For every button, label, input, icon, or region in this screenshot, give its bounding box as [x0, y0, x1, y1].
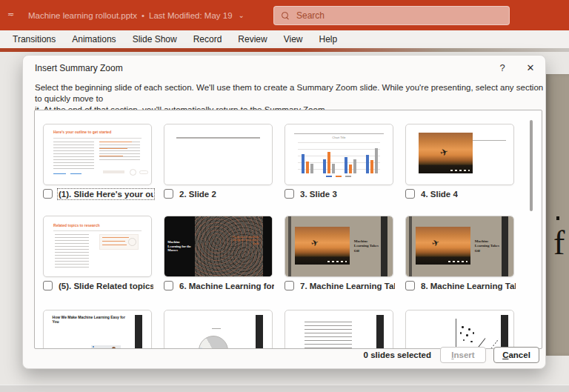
- faint-circle: [128, 238, 136, 246]
- search-input[interactable]: [296, 10, 489, 21]
- slide-thumbnail-1[interactable]: Here's your outline to get started: [43, 124, 152, 185]
- tab-slide-show[interactable]: Slide Show: [124, 34, 185, 44]
- ribbon-collapse-icon[interactable]: ≂: [7, 10, 16, 18]
- search-box[interactable]: [273, 6, 510, 25]
- slide-8-checkbox[interactable]: [405, 281, 415, 290]
- slide-thumbnail-6[interactable]: Machine Learning for the Masses Put the …: [164, 216, 273, 277]
- slide-thumbnail-3[interactable]: Chart Title: [284, 124, 393, 185]
- link-text-line: [53, 173, 66, 174]
- slide-thumbnail-7[interactable]: ✈ Machine Learning Takes Off: [284, 216, 393, 277]
- slide-2-label[interactable]: 2. Slide 2: [179, 190, 216, 199]
- slide-2-checkbox[interactable]: [164, 189, 173, 199]
- tab-review[interactable]: Review: [230, 34, 275, 44]
- airplane-photo: ✈: [416, 227, 470, 265]
- orange-text-line: [99, 148, 127, 149]
- slide-7-title-text: Machine Learning Takes Off: [354, 239, 379, 254]
- slide-7-label[interactable]: 7. Machine Learning Tak...: [300, 282, 395, 290]
- slide-1-title-text: Here's your outline to get started: [53, 130, 111, 134]
- slide-3-label-row: 3. Slide 3: [284, 188, 400, 199]
- slide-4-label-row: 4. Slide 4: [405, 188, 521, 199]
- text-block: [99, 142, 140, 162]
- airplane-icon: ✈: [310, 237, 320, 249]
- cancel-button[interactable]: Cancel: [493, 347, 539, 363]
- title-placeholder-line: [294, 133, 385, 134]
- slide-9-preview: How We Make Machine Learning Easy for Yo…: [44, 310, 151, 349]
- selection-status: 0 slides selected: [364, 351, 431, 359]
- background-slide-letter: f: [553, 226, 565, 260]
- background-slide-edge: f: [546, 74, 569, 356]
- dialog-title: Insert Summary Zoom: [35, 63, 123, 73]
- ribbon-edge-strip: [0, 48, 569, 52]
- orange-text-line: [102, 241, 124, 242]
- slide-3-checkbox[interactable]: [284, 189, 294, 199]
- slide-8-label[interactable]: 8. Machine Learning Tak...: [421, 282, 516, 290]
- slide-7-checkbox[interactable]: [284, 281, 294, 290]
- airplane-photo: ✈: [419, 133, 473, 173]
- runway-lights: [448, 261, 467, 262]
- slide-6-title-text: Machine Learning for the Masses: [167, 240, 193, 253]
- slide-thumbnail-4[interactable]: ✈: [405, 124, 514, 185]
- slide-thumbnail-11[interactable]: [284, 310, 393, 349]
- insert-button[interactable]: Insert: [440, 347, 486, 363]
- scrollbar-thumb[interactable]: [530, 120, 533, 211]
- slide-thumbnail-8[interactable]: ✈ Machine Learning Takes Off: [405, 216, 514, 277]
- description-line-1: Select the beginning slide of each secti…: [35, 82, 546, 104]
- side-bar: [288, 216, 291, 276]
- bullet-list: [55, 234, 89, 268]
- slide-thumbnail-10[interactable]: [164, 310, 273, 349]
- slide-1-preview: Here's your outline to get started: [44, 124, 151, 185]
- chevron-down-icon[interactable]: ⌄: [239, 11, 244, 19]
- slide-5-label-row: (5). Slide Related topics t...: [43, 280, 159, 291]
- airplane-photo: ✈: [295, 227, 350, 265]
- slide-thumbnail-list[interactable]: Here's your outline to get started: [34, 110, 542, 349]
- orange-text-line: [99, 142, 132, 142]
- tab-view[interactable]: View: [276, 34, 311, 44]
- insert-summary-zoom-dialog: Insert Summary Zoom ? ✕ Select the begin…: [22, 55, 546, 369]
- slide-thumbnail-2[interactable]: [164, 124, 273, 185]
- airplane-icon: ✈: [430, 237, 441, 249]
- slide-3-label[interactable]: 3. Slide 3: [300, 190, 337, 199]
- tab-help[interactable]: Help: [311, 34, 346, 44]
- document-title: Machine learning rollout.pptx • Last Mod…: [28, 0, 244, 30]
- slide-1-checkbox[interactable]: [43, 189, 53, 199]
- slide-5-checkbox[interactable]: [43, 281, 53, 290]
- divider: [53, 230, 142, 231]
- slide-9-title-text: How We Make Machine Learning Easy for Yo…: [53, 315, 128, 324]
- slide-thumbnail-9[interactable]: How We Make Machine Learning Easy for Yo…: [43, 310, 152, 349]
- tab-transitions[interactable]: Transitions: [4, 34, 64, 44]
- slide-8-title-text: Machine Learning Takes Off: [475, 239, 499, 254]
- help-button[interactable]: ?: [493, 60, 512, 76]
- mini-bar-chart: Chart Title: [298, 142, 379, 177]
- slide-5-label[interactable]: (5). Slide Related topics t...: [59, 282, 153, 290]
- side-bar: [502, 216, 508, 276]
- pie-chart-label: [212, 328, 221, 329]
- faint-button: [130, 169, 136, 176]
- slide-4-checkbox[interactable]: [405, 189, 415, 199]
- close-button[interactable]: ✕: [521, 60, 540, 76]
- tab-animations[interactable]: Animations: [64, 34, 124, 44]
- slide-5-preview: Related topics to research: [44, 216, 151, 276]
- divider: [53, 138, 142, 139]
- slide-1-label[interactable]: (1). Slide Here's your out...: [59, 190, 153, 199]
- title-placeholder-line: [176, 137, 260, 139]
- slide-6-checkbox[interactable]: [164, 281, 173, 290]
- slide-7-label-row: 7. Machine Learning Tak...: [284, 280, 400, 291]
- side-bar: [501, 315, 508, 349]
- slide-6-label[interactable]: 6. Machine Learning for ...: [179, 282, 274, 290]
- search-icon: [282, 12, 290, 20]
- title-separator: •: [142, 11, 144, 20]
- background-slide-mark: [556, 216, 559, 220]
- callout-box: [99, 234, 138, 250]
- slide-thumbnail-5[interactable]: Related topics to research: [43, 216, 152, 277]
- slide-6-label-row: 6. Machine Learning for ...: [164, 280, 279, 291]
- side-bar: [135, 315, 142, 349]
- slide-1-label-row: (1). Slide Here's your out...: [43, 188, 159, 199]
- link-text-line: [70, 173, 81, 174]
- slide-thumbnail-12[interactable]: [405, 310, 514, 349]
- slide-11-preview: [285, 310, 393, 349]
- runway-lights: [450, 170, 470, 171]
- runway-lights: [327, 261, 347, 262]
- tab-record[interactable]: Record: [185, 34, 230, 44]
- slide-2-label-row: 2. Slide 2: [164, 188, 279, 199]
- slide-4-label[interactable]: 4. Slide 4: [421, 190, 458, 199]
